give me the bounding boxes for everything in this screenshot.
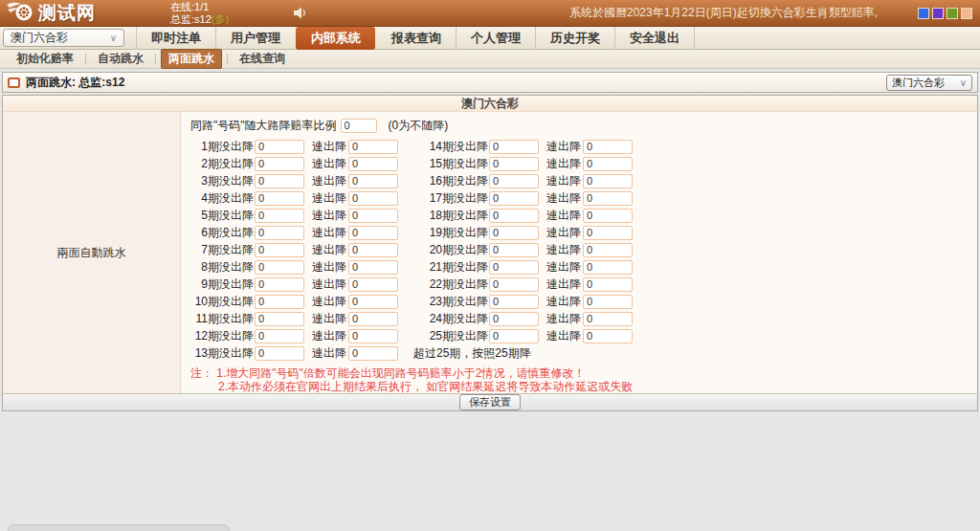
run-drop-input[interactable]: [583, 260, 633, 275]
jump-row: 10期没出降 連出降 23期没出降 連出降: [190, 293, 977, 310]
menu-item-users[interactable]: 用户管理: [215, 27, 295, 50]
run-drop-input[interactable]: [348, 174, 398, 188]
submenu-item-two-side-jump[interactable]: 两面跳水: [161, 49, 222, 69]
miss-drop-input[interactable]: [489, 295, 539, 309]
submenu-item-init-odds[interactable]: 初始化赔率: [10, 50, 80, 68]
miss-drop-input[interactable]: [489, 260, 539, 275]
miss-drop-input[interactable]: [255, 157, 304, 171]
menu-item-logout[interactable]: 安全退出: [614, 27, 695, 50]
run-drop-input[interactable]: [583, 140, 633, 154]
miss-drop-input[interactable]: [255, 260, 304, 275]
run-drop-input[interactable]: [348, 140, 398, 154]
period-miss-label: 21期没出降: [413, 259, 488, 276]
miss-drop-input[interactable]: [255, 329, 304, 343]
theme-swatch[interactable]: [961, 8, 972, 19]
ratio-input[interactable]: [341, 119, 377, 133]
theme-swatch[interactable]: [932, 8, 944, 19]
miss-drop-input[interactable]: [489, 157, 539, 171]
run-drop-label: 連出降: [312, 242, 346, 258]
run-drop-input[interactable]: [583, 295, 633, 309]
period-miss-label: 15期没出降: [413, 156, 488, 172]
run-drop-input[interactable]: [583, 329, 633, 343]
header-lottery-select[interactable]: 澳门六合彩 ∨: [886, 75, 972, 91]
run-drop-input[interactable]: [583, 157, 633, 171]
submenu-item-auto-jump[interactable]: 自动跳水: [91, 50, 150, 68]
run-drop-input[interactable]: [348, 226, 398, 240]
menu-item-internal-system[interactable]: 内部系统: [296, 27, 375, 50]
jump-row: 6期没出降 連出降 19期没出降 連出降: [190, 224, 977, 241]
miss-drop-input[interactable]: [489, 226, 539, 240]
menu-item-personal[interactable]: 个人管理: [456, 27, 535, 50]
miss-drop-input[interactable]: [255, 295, 304, 309]
run-drop-input[interactable]: [348, 277, 398, 292]
run-drop-input[interactable]: [583, 312, 633, 326]
period-miss-label: 2期没出降: [190, 156, 254, 172]
save-button[interactable]: 保存设置: [459, 394, 521, 410]
session-stats: 在线:1/1 总监:s12(多): [170, 1, 229, 26]
miss-drop-input[interactable]: [255, 209, 304, 223]
run-drop-input[interactable]: [583, 243, 633, 257]
miss-drop-input[interactable]: [489, 329, 539, 343]
run-drop-input[interactable]: [348, 157, 398, 171]
period-miss-label: 20期没出降: [413, 242, 488, 258]
run-drop-input[interactable]: [348, 243, 398, 257]
miss-drop-input[interactable]: [255, 243, 304, 257]
theme-swatch[interactable]: [947, 8, 958, 19]
period-miss-label: 1期没出降: [190, 139, 254, 155]
miss-drop-input[interactable]: [255, 277, 304, 292]
period-miss-label: 4期没出降: [190, 190, 254, 207]
miss-drop-input[interactable]: [255, 140, 304, 154]
right-pair: 19期没出降 連出降: [413, 225, 633, 241]
menu-item-history[interactable]: 历史开奖: [535, 27, 614, 50]
side-section-label: 兩面自動跳水: [3, 112, 181, 393]
right-pair: 23期没出降 連出降: [413, 294, 633, 310]
right-pair: 22期没出降 連出降: [413, 277, 633, 293]
run-drop-label: 連出降: [312, 173, 346, 189]
miss-drop-input[interactable]: [489, 277, 539, 292]
miss-drop-input[interactable]: [489, 191, 539, 206]
submenu-item-online-query[interactable]: 在线查询: [233, 50, 292, 68]
run-drop-input[interactable]: [583, 226, 633, 240]
miss-drop-input[interactable]: [255, 226, 304, 240]
run-drop-input[interactable]: [348, 312, 398, 326]
right-pair: 24期没出降 連出降: [413, 311, 633, 327]
divider: [85, 54, 86, 64]
run-drop-label: 連出降: [312, 294, 346, 310]
run-drop-input[interactable]: [583, 191, 633, 206]
period-miss-label: 19期没出降: [413, 225, 488, 241]
miss-drop-input[interactable]: [489, 140, 539, 154]
run-drop-input[interactable]: [348, 209, 398, 223]
menu-item-bets[interactable]: 即时注单: [136, 27, 215, 50]
miss-drop-input[interactable]: [255, 174, 304, 188]
run-drop-input[interactable]: [348, 260, 398, 275]
online-count: 在线:1/1: [170, 1, 229, 13]
jump-row: 13期没出降 連出降 超过25期，按照25期降: [190, 344, 977, 362]
run-drop-label: 連出降: [546, 225, 581, 241]
miss-drop-input[interactable]: [489, 174, 539, 188]
run-drop-input[interactable]: [348, 329, 398, 343]
run-drop-input[interactable]: [583, 174, 633, 188]
menu-item-reports[interactable]: 报表查询: [376, 27, 456, 50]
warning-notes: 注： 1.增大同路"号码"倍数可能会出现同路号码赔率小于2情况，请慎重修改！ 2…: [190, 366, 977, 393]
overflow-note: 超过25期，按照25期降: [413, 345, 531, 362]
right-pair: 25期没出降 連出降: [413, 328, 633, 344]
miss-drop-input[interactable]: [255, 191, 304, 206]
run-drop-input[interactable]: [348, 295, 398, 309]
run-drop-label: 連出降: [312, 225, 346, 241]
miss-drop-input[interactable]: [489, 312, 539, 326]
theme-swatch[interactable]: [918, 8, 929, 19]
run-drop-input[interactable]: [583, 209, 633, 223]
miss-drop-input[interactable]: [255, 346, 304, 361]
run-drop-input[interactable]: [348, 191, 398, 206]
miss-drop-input[interactable]: [489, 209, 539, 223]
run-drop-label: 連出降: [312, 190, 346, 207]
run-drop-input[interactable]: [583, 277, 633, 292]
run-drop-input[interactable]: [348, 346, 398, 361]
ratio-hint: (0为不随降): [389, 118, 449, 134]
miss-drop-input[interactable]: [489, 243, 539, 257]
lottery-select[interactable]: 澳门六合彩 ∨: [3, 29, 124, 47]
jump-row: 11期没出降 連出降 24期没出降 連出降: [190, 310, 977, 327]
speaker-icon[interactable]: [294, 7, 307, 19]
run-drop-label: 連出降: [312, 277, 346, 293]
miss-drop-input[interactable]: [255, 312, 304, 326]
